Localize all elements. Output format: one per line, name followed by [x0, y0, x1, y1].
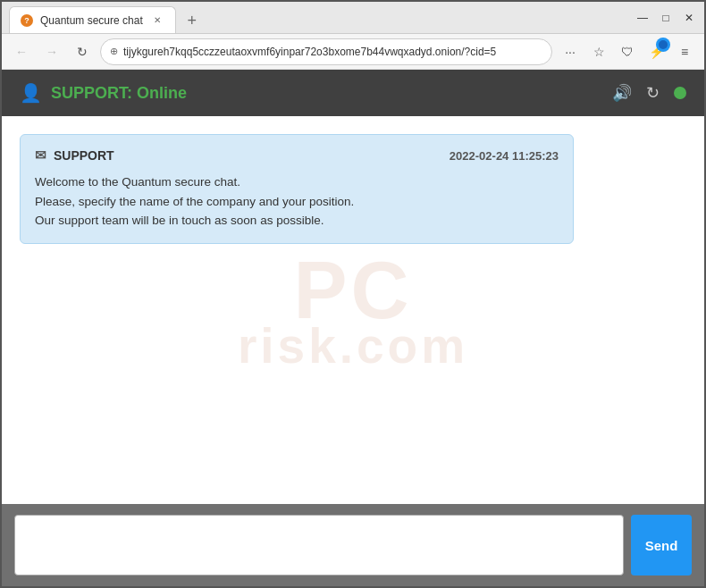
- title-bar: ? Quantum secure chat ✕ + — □ ✕: [2, 2, 704, 34]
- url-text: tijykgureh7kqq5cczzeutaoxvmf6yinpar72o3b…: [123, 46, 542, 58]
- profile-badge: [656, 38, 670, 52]
- tab-title: Quantum secure chat: [40, 14, 143, 27]
- message-line-1: Welcome to the Quantum secure chat.: [35, 175, 240, 189]
- minimize-button[interactable]: —: [635, 10, 651, 26]
- navigation-bar: ← → ↻ ⊕ tijykgureh7kqq5cczzeutaoxvmf6yin…: [2, 34, 704, 70]
- chat-input-row: Send: [14, 515, 692, 575]
- back-button[interactable]: ←: [9, 39, 34, 64]
- sound-icon[interactable]: 🔊: [612, 83, 632, 103]
- nav-right-icons: ··· ☆ 🛡 ⚡ ≡: [558, 39, 697, 64]
- shield-button[interactable]: 🛡: [615, 39, 640, 64]
- message-line-2: Please, specify the name of the company …: [35, 195, 354, 208]
- message-sender-icon: ✉: [35, 147, 46, 164]
- message-input[interactable]: [14, 515, 624, 575]
- forward-button[interactable]: →: [39, 39, 64, 64]
- message-timestamp: 2022-02-24 11:25:23: [450, 149, 559, 163]
- refresh-button[interactable]: ↻: [70, 39, 95, 64]
- secure-icon: ⊕: [110, 46, 118, 57]
- maximize-button[interactable]: □: [658, 10, 674, 26]
- chat-header-actions: 🔊 ↻: [612, 83, 686, 103]
- browser-window: ? Quantum secure chat ✕ + — □ ✕ ← → ↻ ⊕: [0, 0, 706, 588]
- menu-button[interactable]: ≡: [672, 39, 697, 64]
- more-button[interactable]: ···: [558, 39, 583, 64]
- tab-close-button[interactable]: ✕: [150, 13, 164, 28]
- chat-footer: Send: [2, 504, 704, 586]
- address-bar[interactable]: ⊕ tijykgureh7kqq5cczzeutaoxvmf6yinpar72o…: [100, 38, 552, 65]
- content-area: 👤 SUPPORT: Online 🔊 ↻ PC risk.com ✉: [2, 70, 704, 586]
- message-sender: ✉ SUPPORT: [35, 147, 114, 164]
- chat-body: PC risk.com ✉ SUPPORT 2022-02-24 11:25:2…: [2, 116, 704, 504]
- tab-area: ? Quantum secure chat ✕ +: [9, 2, 627, 33]
- extensions-button[interactable]: ⚡: [643, 39, 668, 64]
- online-indicator: [674, 87, 686, 99]
- send-button[interactable]: Send: [631, 515, 692, 575]
- close-button[interactable]: ✕: [681, 10, 697, 26]
- watermark: PC risk.com: [238, 250, 468, 371]
- new-tab-button[interactable]: +: [180, 8, 205, 33]
- star-button[interactable]: ☆: [586, 39, 611, 64]
- tab-favicon: ?: [21, 14, 33, 27]
- support-message: ✉ SUPPORT 2022-02-24 11:25:23 Welcome to…: [20, 134, 574, 244]
- message-text: Welcome to the Quantum secure chat. Plea…: [35, 172, 559, 231]
- message-line-3: Our support team will be in touch as soo…: [35, 214, 324, 227]
- message-sender-name: SUPPORT: [54, 148, 114, 163]
- refresh-chat-icon[interactable]: ↻: [646, 83, 660, 103]
- window-controls: — □ ✕: [635, 10, 697, 26]
- message-header: ✉ SUPPORT 2022-02-24 11:25:23: [35, 147, 559, 164]
- chat-header: 👤 SUPPORT: Online 🔊 ↻: [2, 70, 704, 116]
- support-person-icon: 👤: [20, 82, 42, 104]
- chat-header-title: SUPPORT: Online: [51, 84, 187, 103]
- active-tab[interactable]: ? Quantum secure chat ✕: [9, 6, 176, 33]
